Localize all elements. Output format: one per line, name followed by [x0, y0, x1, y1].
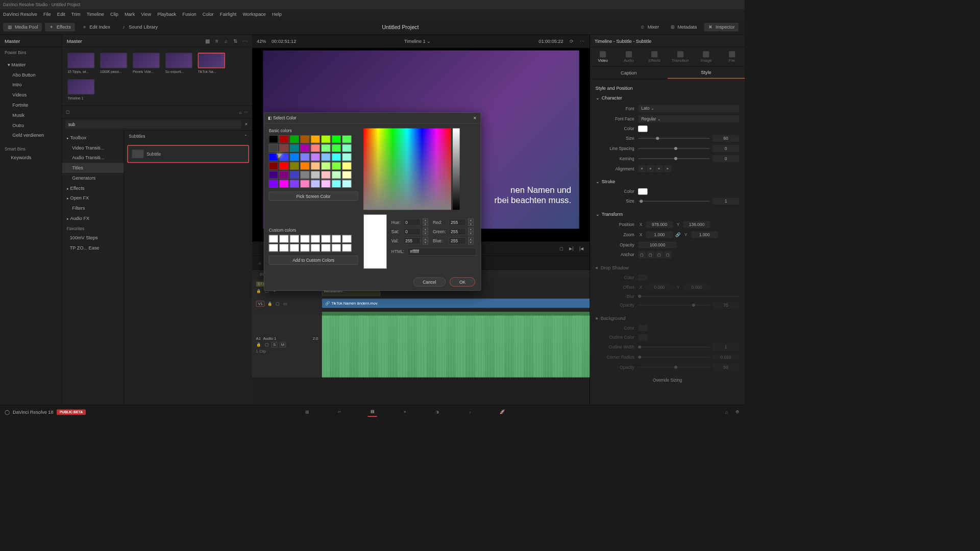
tab-image[interactable]: Image — [693, 47, 719, 66]
fx-video-trans[interactable]: Video Transiti... — [62, 143, 124, 153]
blue-up[interactable]: ▴ — [468, 237, 474, 241]
color-swatch[interactable] — [342, 153, 351, 161]
pick-screen-button[interactable]: Pick Screen Color — [269, 191, 358, 201]
align-justify[interactable]: ≡ — [664, 165, 671, 172]
metadata-toggle[interactable]: ⊞Metadata — [666, 22, 701, 31]
fx-generators[interactable]: Generators — [62, 173, 124, 183]
mixer-toggle[interactable]: ⎚Mixer — [636, 22, 663, 31]
video-track-header[interactable]: V1🔒▢▭ — [252, 296, 322, 312]
color-swatch[interactable] — [332, 162, 341, 170]
clear-icon[interactable]: ✕ — [243, 121, 249, 127]
color-swatch[interactable] — [311, 180, 320, 188]
fx-audiofx[interactable]: Audio FX — [62, 213, 124, 223]
more-icon[interactable]: ⋯ — [243, 109, 249, 115]
color-swatch[interactable] — [342, 144, 351, 152]
custom-color-swatch[interactable] — [332, 244, 341, 252]
inspector-toggle[interactable]: ✖Inspector — [704, 22, 739, 31]
color-swatch[interactable] — [638, 126, 647, 132]
anchor-btn[interactable]: ▢ — [664, 251, 671, 258]
tab-video[interactable]: Video — [590, 47, 616, 66]
lock-icon[interactable]: 🔒 — [256, 288, 262, 294]
menu-mark[interactable]: Mark — [125, 12, 135, 17]
add-custom-button[interactable]: Add to Custom Colors — [269, 256, 358, 265]
custom-color-swatch[interactable] — [332, 235, 341, 243]
color-swatch[interactable] — [321, 180, 330, 188]
crop-icon[interactable]: ▢ — [558, 246, 564, 252]
color-swatch[interactable] — [311, 162, 320, 170]
lock-icon[interactable]: 🔒 — [256, 342, 262, 347]
color-swatch[interactable] — [279, 171, 288, 179]
subtitles-header[interactable]: Subtitles⌃ — [124, 130, 252, 142]
play-next-icon[interactable]: |◀ — [579, 246, 584, 252]
menu-clip[interactable]: Clip — [110, 12, 118, 17]
color-swatch[interactable] — [269, 180, 278, 188]
hue-input[interactable] — [403, 219, 420, 226]
page-fairlight[interactable]: ♪ — [465, 407, 475, 416]
color-swatch[interactable] — [311, 171, 320, 179]
size-slider[interactable] — [638, 138, 710, 139]
dropshadow-header[interactable]: ● Drop Shadow — [596, 263, 740, 273]
font-dropdown[interactable]: Lato ⌄ — [638, 105, 739, 112]
panel-icon[interactable]: ▢ — [65, 109, 71, 115]
clip-item[interactable]: Timeline 1 — [67, 79, 94, 100]
ds-y-input[interactable]: 0.000 — [683, 284, 710, 291]
fx-titles[interactable]: Titles — [62, 163, 124, 173]
fx-openfx[interactable]: Open FX — [62, 193, 124, 203]
color-swatch[interactable] — [321, 135, 330, 143]
color-swatch[interactable] — [269, 162, 278, 170]
master-header[interactable]: Master — [0, 35, 62, 47]
stroke-color-swatch[interactable] — [638, 188, 647, 194]
color-swatch[interactable] — [269, 135, 278, 143]
bin-musik[interactable]: Musik — [2, 110, 60, 120]
mute-button[interactable]: M — [280, 342, 286, 347]
subtab-style[interactable]: Style — [668, 67, 745, 79]
color-swatch[interactable] — [342, 135, 351, 143]
blue-down[interactable]: ▾ — [468, 241, 474, 245]
gear-icon[interactable]: ⚙ — [734, 409, 740, 415]
subtab-caption[interactable]: Caption — [590, 67, 668, 79]
val-down[interactable]: ▾ — [423, 241, 428, 245]
search-icon[interactable]: ⌕ — [238, 109, 244, 115]
custom-color-swatch[interactable] — [269, 235, 278, 243]
bin-outro[interactable]: Outro — [2, 120, 60, 131]
bin-keywords[interactable]: Keywords — [0, 153, 62, 163]
bin-geld[interactable]: Geld verdienen — [2, 130, 60, 140]
color-swatch[interactable] — [311, 153, 320, 161]
color-swatch[interactable] — [300, 144, 309, 152]
character-header[interactable]: ⌄ Character — [596, 93, 740, 103]
custom-color-swatch[interactable] — [321, 244, 330, 252]
ds-blur-slider[interactable] — [638, 296, 739, 297]
menu-fusion[interactable]: Fusion — [182, 12, 196, 17]
style-position-header[interactable]: Style and Position — [596, 83, 740, 93]
tab-transition[interactable]: Transition — [668, 47, 694, 66]
color-swatch[interactable] — [321, 171, 330, 179]
color-swatch[interactable] — [290, 135, 299, 143]
effects-toggle[interactable]: ✦Effects — [45, 22, 75, 31]
ds-x-input[interactable]: 0.000 — [646, 284, 673, 291]
clip-item[interactable]: 15 Tipps, wi... — [67, 53, 94, 73]
anchor-btn[interactable]: ▢ — [638, 251, 646, 258]
cancel-button[interactable]: Cancel — [413, 277, 446, 286]
fx-effects[interactable]: Effects — [62, 183, 124, 193]
fx-toolbox[interactable]: Toolbox — [62, 133, 124, 143]
color-swatch[interactable] — [321, 144, 330, 152]
more-icon[interactable]: ⋯ — [579, 39, 585, 44]
media-pool-toggle[interactable]: ▦Media Pool — [3, 22, 42, 31]
lock-icon[interactable]: 🔒 — [267, 301, 273, 307]
bin-abo[interactable]: Abo Button — [2, 70, 60, 80]
clip-item[interactable]: So exporti... — [165, 53, 192, 73]
sort-icon[interactable]: ⇅ — [233, 38, 238, 44]
fav-tpzo[interactable]: TP ZO... Ease — [62, 243, 124, 253]
override-sizing[interactable]: Override Sizing — [596, 375, 740, 385]
color-swatch[interactable] — [321, 162, 330, 170]
menu-trim[interactable]: Trim — [71, 12, 81, 17]
ds-opacity-slider[interactable] — [638, 305, 710, 306]
color-swatch[interactable] — [300, 153, 309, 161]
red-up[interactable]: ▴ — [468, 218, 474, 222]
color-swatch[interactable] — [342, 171, 351, 179]
custom-color-swatch[interactable] — [300, 244, 309, 252]
color-swatch[interactable] — [332, 180, 341, 188]
opacity-input[interactable]: 100.000 — [638, 241, 677, 248]
green-down[interactable]: ▾ — [468, 232, 474, 236]
custom-color-swatch[interactable] — [321, 235, 330, 243]
